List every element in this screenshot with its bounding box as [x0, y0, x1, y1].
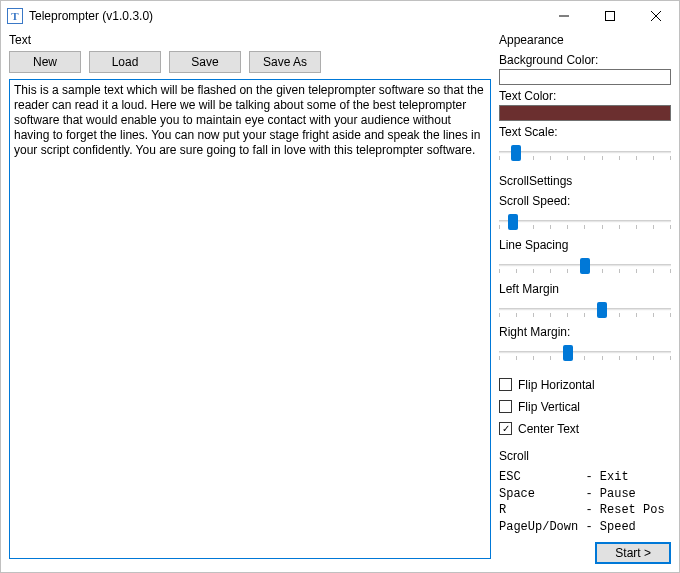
center-text-label: Center Text [518, 422, 579, 436]
close-button[interactable] [633, 1, 679, 31]
flip-horizontal-checkbox[interactable]: Flip Horizontal [499, 378, 671, 392]
flip-horizontal-label: Flip Horizontal [518, 378, 595, 392]
text-panel-label: Text [9, 33, 491, 47]
text-scale-slider[interactable] [499, 143, 671, 161]
load-button[interactable]: Load [89, 51, 161, 73]
save-button[interactable]: Save [169, 51, 241, 73]
scroll-help-text: ESC - Exit Space - Pause R - Reset Pos P… [499, 469, 671, 536]
bg-color-swatch[interactable] [499, 69, 671, 85]
scroll-help-title: Scroll [499, 449, 671, 463]
left-margin-slider[interactable] [499, 300, 671, 318]
right-margin-slider[interactable] [499, 343, 671, 361]
scroll-speed-label: Scroll Speed: [499, 194, 671, 208]
line-spacing-label: Line Spacing [499, 238, 671, 252]
center-text-checkbox[interactable]: ✓ Center Text [499, 422, 671, 436]
minimize-button[interactable] [541, 1, 587, 31]
text-color-label: Text Color: [499, 89, 671, 103]
scroll-settings-title: ScrollSettings [499, 174, 671, 188]
window-title: Teleprompter (v1.0.3.0) [29, 9, 153, 23]
text-scale-label: Text Scale: [499, 125, 671, 139]
new-button[interactable]: New [9, 51, 81, 73]
line-spacing-slider[interactable] [499, 256, 671, 274]
text-color-swatch[interactable] [499, 105, 671, 121]
right-margin-label: Right Margin: [499, 325, 671, 339]
app-icon: T [7, 8, 23, 24]
flip-vertical-checkbox[interactable]: Flip Vertical [499, 400, 671, 414]
script-textarea[interactable] [9, 79, 491, 559]
start-button[interactable]: Start > [595, 542, 671, 564]
center-text-box[interactable]: ✓ [499, 422, 512, 435]
flip-vertical-label: Flip Vertical [518, 400, 580, 414]
save-as-button[interactable]: Save As [249, 51, 321, 73]
appearance-title: Appearance [499, 33, 671, 47]
text-toolbar: New Load Save Save As [9, 51, 491, 73]
scroll-speed-slider[interactable] [499, 212, 671, 230]
title-bar: T Teleprompter (v1.0.3.0) [1, 1, 679, 31]
maximize-button[interactable] [587, 1, 633, 31]
bg-color-label: Background Color: [499, 53, 671, 67]
left-margin-label: Left Margin [499, 282, 671, 296]
flip-vertical-box[interactable] [499, 400, 512, 413]
svg-rect-1 [606, 12, 615, 21]
flip-horizontal-box[interactable] [499, 378, 512, 391]
